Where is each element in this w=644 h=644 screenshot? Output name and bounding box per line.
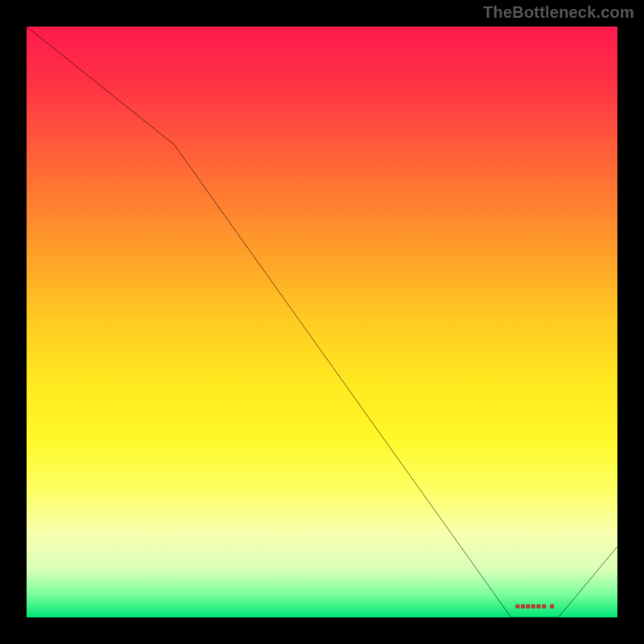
curve-svg	[27, 27, 617, 617]
series-marker-label: ■■■■■■ ■	[515, 601, 555, 610]
plot-area: ■■■■■■ ■	[24, 24, 620, 620]
chart-root: TheBottleneck.com ■■■■■■ ■	[0, 0, 644, 644]
curve-path	[27, 27, 617, 617]
attribution-text: TheBottleneck.com	[483, 3, 634, 22]
